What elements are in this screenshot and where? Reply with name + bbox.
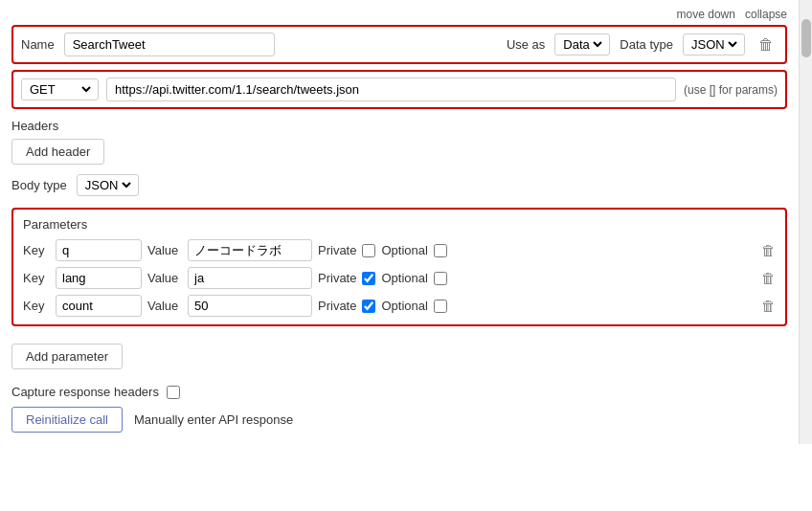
param-optional-checkbox-0[interactable] <box>434 244 447 257</box>
data-type-select-wrap: JSON XML Text <box>683 33 745 56</box>
headers-label: Headers <box>11 119 787 133</box>
param-value-label-1: Value <box>147 271 182 285</box>
param-optional-label-2: Optional <box>381 299 427 313</box>
param-value-label-2: Value <box>147 299 182 313</box>
reinit-row: Reinitialize call Manually enter API res… <box>11 407 787 433</box>
url-input[interactable] <box>106 78 676 101</box>
param-private-checkbox-1[interactable] <box>362 272 375 285</box>
param-delete-button-2[interactable]: 🗑 <box>761 298 776 314</box>
method-select[interactable]: GET POST PUT DELETE PATCH <box>26 81 94 98</box>
param-value-label-0: Value <box>147 243 182 257</box>
add-parameter-row: Add parameter <box>11 344 787 379</box>
move-down-button[interactable]: move down <box>677 8 735 21</box>
param-key-label-0: Key <box>23 243 50 257</box>
name-row-delete-button[interactable]: 🗑 <box>755 34 778 56</box>
scrollbar-thumb <box>801 19 811 57</box>
param-row-1: Key Value Private Optional 🗑 <box>23 267 776 289</box>
method-select-wrap: GET POST PUT DELETE PATCH <box>21 78 99 100</box>
headers-section: Headers Add header <box>11 119 787 174</box>
param-delete-button-1[interactable]: 🗑 <box>761 270 776 286</box>
capture-response-row: Capture response headers <box>11 385 787 399</box>
parameters-outer: Parameters Key Value Private Optional 🗑 … <box>11 208 787 336</box>
name-label: Name <box>21 37 55 52</box>
parameters-title: Parameters <box>23 217 776 232</box>
param-private-label-0: Private <box>318 243 356 257</box>
collapse-button[interactable]: collapse <box>745 8 787 21</box>
body-type-select-wrap: JSON Form Raw None <box>77 174 139 196</box>
param-key-label-2: Key <box>23 299 50 313</box>
body-type-row: Body type JSON Form Raw None <box>11 174 787 196</box>
param-optional-label-1: Optional <box>381 271 427 285</box>
param-optional-label-0: Optional <box>381 243 427 257</box>
scrollbar[interactable] <box>799 0 812 444</box>
param-key-input-2[interactable] <box>56 295 142 317</box>
capture-response-label: Capture response headers <box>11 385 159 399</box>
top-toolbar: move down collapse <box>11 8 787 21</box>
name-row: Name Use as Data Auth File Data type JSO… <box>11 25 787 64</box>
data-type-select[interactable]: JSON XML Text <box>688 36 740 53</box>
param-row-0: Key Value Private Optional 🗑 <box>23 239 776 261</box>
use-as-label: Use as <box>507 37 545 52</box>
param-optional-checkbox-2[interactable] <box>434 300 447 313</box>
use-as-select[interactable]: Data Auth File <box>559 36 605 53</box>
param-private-checkbox-0[interactable] <box>362 244 375 257</box>
param-value-input-0[interactable] <box>188 239 312 261</box>
param-private-checkbox-2[interactable] <box>362 300 375 313</box>
param-value-input-1[interactable] <box>188 267 312 289</box>
param-private-label-2: Private <box>318 299 356 313</box>
param-key-input-1[interactable] <box>56 267 142 289</box>
use-as-select-wrap: Data Auth File <box>554 33 610 56</box>
param-value-input-2[interactable] <box>188 295 312 317</box>
param-delete-button-0[interactable]: 🗑 <box>761 242 776 258</box>
add-parameter-button[interactable]: Add parameter <box>11 344 123 369</box>
url-row: GET POST PUT DELETE PATCH (use [] for pa… <box>11 70 787 109</box>
param-row-2: Key Value Private Optional 🗑 <box>23 295 776 317</box>
reinit-button[interactable]: Reinitialize call <box>11 407 123 433</box>
param-key-label-1: Key <box>23 271 50 285</box>
data-type-label: Data type <box>620 37 673 52</box>
body-type-label: Body type <box>11 178 67 192</box>
capture-response-checkbox[interactable] <box>167 386 180 399</box>
url-hint: (use [] for params) <box>684 83 778 97</box>
body-type-select[interactable]: JSON Form Raw None <box>81 177 134 193</box>
add-header-button[interactable]: Add header <box>11 139 104 165</box>
param-optional-checkbox-1[interactable] <box>434 272 447 285</box>
name-input[interactable] <box>64 33 275 56</box>
param-private-label-1: Private <box>318 271 356 285</box>
manual-enter-text: Manually enter API response <box>134 412 293 427</box>
param-key-input-0[interactable] <box>56 239 142 261</box>
parameters-section: Parameters Key Value Private Optional 🗑 … <box>11 208 787 326</box>
